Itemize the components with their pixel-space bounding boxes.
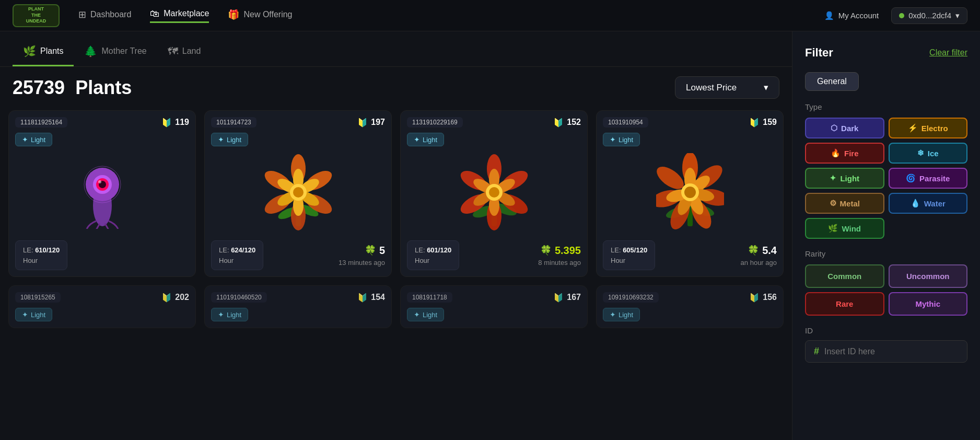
filter-type-wind[interactable]: 🌿 Wind xyxy=(805,218,884,239)
plant-card[interactable]: 1091910693232 🔰 156 ✦ Light xyxy=(596,285,784,328)
sun-icon: 🍀 xyxy=(365,245,376,256)
rarity-filter-grid: Common Uncommon Rare Mythic xyxy=(805,264,967,316)
tab-mother-tree[interactable]: 🌲 Mother Tree xyxy=(74,41,157,66)
price-display: 🍀 5.395 xyxy=(540,245,581,257)
nav-marketplace[interactable]: 🛍 Marketplace xyxy=(150,8,209,23)
land-tab-icon: 🗺 xyxy=(168,45,178,57)
level-icon: 🔰 xyxy=(357,293,368,303)
card-top: 1131910229169 🔰 152 xyxy=(407,117,581,128)
filter-type-water[interactable]: 💧 Water xyxy=(889,193,968,214)
id-input-wrap: # xyxy=(805,340,967,363)
metal-icon: ⚙ xyxy=(830,199,836,208)
time-ago: an hour ago xyxy=(741,259,777,267)
electro-icon: ⚡ xyxy=(908,123,918,133)
level-icon: 🔰 xyxy=(553,293,564,303)
card-level: 🔰 154 xyxy=(357,293,385,303)
le-box: LE: 605/120 Hour xyxy=(603,240,655,270)
le-box: LE: 601/120 Hour xyxy=(407,240,459,270)
card-top: 1091910693232 🔰 156 xyxy=(603,292,777,303)
filter-type-ice[interactable]: ❄ Ice xyxy=(889,143,968,164)
marketplace-icon: 🛍 xyxy=(150,8,159,19)
plant-card[interactable]: 1101910460520 🔰 154 ✦ Light xyxy=(204,285,392,328)
logo[interactable]: PLANTTHEUNDEAD xyxy=(13,4,60,27)
plant-image xyxy=(656,156,724,229)
type-badge: ✦ Light xyxy=(407,133,444,146)
type-section-title: Type xyxy=(805,102,967,111)
dark-icon: ⬡ xyxy=(831,123,837,133)
plant-image xyxy=(68,156,136,229)
hash-icon: # xyxy=(814,346,819,357)
type-badge: ✦ Light xyxy=(15,133,52,146)
nav-links: ⊞ Dashboard 🛍 Marketplace 🎁 New Offering xyxy=(78,8,824,23)
card-top: 111811925164 🔰 119 xyxy=(15,117,189,128)
nav-new-offering[interactable]: 🎁 New Offering xyxy=(228,8,292,23)
card-id: 1081911718 xyxy=(407,292,452,303)
nav-new-offering-label: New Offering xyxy=(243,10,292,19)
filter-rarity-common[interactable]: Common xyxy=(805,264,884,288)
plant-image-area xyxy=(15,150,189,234)
type-badge: ✦ Light xyxy=(603,133,640,146)
level-icon: 🔰 xyxy=(749,118,760,128)
filter-type-parasite[interactable]: 🌀 Parasite xyxy=(889,168,968,189)
type-badge: ✦ Light xyxy=(211,308,248,321)
left-panel: 🌿 Plants 🌲 Mother Tree 🗺 Land 25739 Plan… xyxy=(0,31,792,440)
card-top: 1011914723 🔰 197 xyxy=(211,117,385,128)
account-icon: 👤 xyxy=(824,11,834,20)
filter-rarity-mythic[interactable]: Mythic xyxy=(889,292,968,316)
card-level: 🔰 202 xyxy=(161,293,189,303)
svg-point-5 xyxy=(98,180,101,183)
level-icon: 🔰 xyxy=(161,118,172,128)
nav-dashboard[interactable]: ⊞ Dashboard xyxy=(78,8,131,23)
clear-filter-button[interactable]: Clear filter xyxy=(929,48,967,57)
filter-type-dark[interactable]: ⬡ Dark xyxy=(805,118,884,138)
filter-type-fire[interactable]: 🔥 Fire xyxy=(805,143,884,164)
tab-land[interactable]: 🗺 Land xyxy=(157,41,212,66)
plant-image-area xyxy=(603,150,777,234)
id-input[interactable] xyxy=(824,347,959,356)
type-icon: ✦ xyxy=(22,135,28,144)
plant-card[interactable]: 1131910229169 🔰 152 ✦ Light xyxy=(400,110,588,277)
plant-card[interactable]: 1031910954 🔰 159 ✦ Light xyxy=(596,110,784,277)
account-button[interactable]: 👤 My Account xyxy=(824,11,879,20)
level-icon: 🔰 xyxy=(749,293,760,303)
type-badge: ✦ Light xyxy=(15,308,52,321)
rarity-section-title: Rarity xyxy=(805,249,967,258)
plants-count: 25739 Plants xyxy=(13,77,132,99)
right-panel: Filter Clear filter General Type ⬡ Dark … xyxy=(792,31,980,440)
sort-dropdown[interactable]: Lowest Price ▾ xyxy=(675,76,779,99)
price-display: 🍀 5.4 xyxy=(748,245,777,257)
plant-image-area xyxy=(407,150,581,234)
card-top: 1101910460520 🔰 154 xyxy=(211,292,385,303)
chevron-down-icon: ▾ xyxy=(955,11,960,20)
svg-point-58 xyxy=(684,187,696,198)
type-icon: ✦ xyxy=(610,135,616,144)
sun-icon: 🍀 xyxy=(540,245,552,256)
filter-type-metal[interactable]: ⚙ Metal xyxy=(805,193,884,214)
plant-image-area xyxy=(211,150,385,234)
filter-title: Filter xyxy=(805,46,833,60)
plant-card[interactable]: 1081911718 🔰 167 ✦ Light xyxy=(400,285,588,328)
filter-type-light[interactable]: ✦ Light xyxy=(805,168,884,189)
type-icon: ✦ xyxy=(218,135,224,144)
topnav: PLANTTHEUNDEAD ⊞ Dashboard 🛍 Marketplace… xyxy=(0,0,980,31)
water-icon: 💧 xyxy=(911,199,920,208)
card-level: 🔰 156 xyxy=(749,293,777,303)
plant-card[interactable]: 1011914723 🔰 197 ✦ Light xyxy=(204,110,392,277)
wallet-button[interactable]: 0xd0...2dcf4 ▾ xyxy=(891,7,967,24)
type-badge: ✦ Light xyxy=(211,133,248,146)
tabs: 🌿 Plants 🌲 Mother Tree 🗺 Land xyxy=(0,31,792,67)
type-icon: ✦ xyxy=(414,310,420,319)
plant-card[interactable]: 1081915265 🔰 202 ✦ Light xyxy=(8,285,196,328)
card-top: 1081915265 🔰 202 xyxy=(15,292,189,303)
type-icon: ✦ xyxy=(610,310,616,319)
wallet-dot-icon xyxy=(899,13,904,18)
filter-rarity-uncommon[interactable]: Uncommon xyxy=(889,264,968,288)
time-ago: 8 minutes ago xyxy=(538,259,581,267)
filter-rarity-rare[interactable]: Rare xyxy=(805,292,884,316)
plant-image xyxy=(460,156,528,229)
filter-type-electro[interactable]: ⚡ Electro xyxy=(889,118,968,138)
type-badge: ✦ Light xyxy=(603,308,640,321)
plant-card[interactable]: 111811925164 🔰 119 ✦ Light xyxy=(8,110,196,277)
general-button[interactable]: General xyxy=(805,72,859,91)
tab-plants[interactable]: 🌿 Plants xyxy=(13,41,74,66)
